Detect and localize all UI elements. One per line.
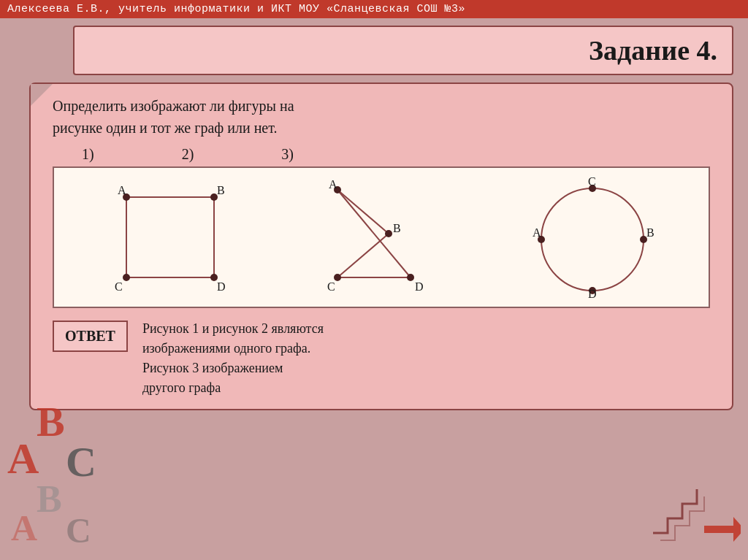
svg-point-14: [385, 230, 392, 237]
deco-letter-C2: C: [66, 510, 91, 551]
problem-line1: Определить изображают ли фигуры на: [53, 98, 294, 114]
deco-letter-A2: A: [11, 507, 37, 549]
title-text: Задание 4.: [589, 35, 717, 66]
problem-text: Определить изображают ли фигуры на рисун…: [53, 95, 717, 139]
svg-text:C: C: [115, 280, 123, 293]
deco-letter-A1: A: [7, 434, 39, 484]
answer-line2: изображениями одного графа.: [142, 341, 310, 356]
svg-text:B: B: [217, 184, 225, 196]
svg-text:D: D: [415, 280, 424, 293]
svg-text:B: B: [393, 222, 401, 234]
diagram-1: A B C D: [104, 175, 236, 299]
deco-letter-B2: B: [37, 477, 62, 521]
svg-marker-30: [704, 517, 741, 542]
svg-text:C: C: [588, 175, 596, 188]
answer-row: ОТВЕТ Рисунок 1 и рисунок 2 являются изо…: [53, 319, 717, 398]
svg-text:C: C: [327, 280, 335, 293]
number-1-label: 1): [82, 146, 94, 163]
svg-point-16: [407, 274, 414, 281]
svg-point-3: [123, 274, 130, 281]
title-box: Задание 4.: [73, 26, 733, 75]
diagrams-container: A B C D A B C D: [53, 166, 710, 308]
number-3-label: 3): [281, 146, 294, 163]
numbers-row: 1) 2) 3): [53, 146, 717, 163]
svg-text:A: A: [533, 226, 541, 239]
header-bar: Алексеева Е.В., учитель информатики и ИК…: [0, 0, 748, 18]
problem-line2: рисунке один и тот же граф или нет.: [53, 120, 277, 136]
svg-text:B: B: [646, 226, 654, 239]
answer-text: Рисунок 1 и рисунок 2 являются изображен…: [142, 319, 324, 398]
header-text: Алексеева Е.В., учитель информатики и ИК…: [7, 3, 465, 15]
deco-letter-B1: B: [37, 397, 65, 446]
diagram-3: A B C D: [527, 175, 658, 299]
answer-line3: Рисунок 3 изображением: [142, 361, 283, 375]
content-card: Определить изображают ли фигуры на рисун…: [29, 83, 733, 410]
svg-text:A: A: [329, 178, 337, 191]
steps-arrow-decoration: [653, 489, 741, 551]
main-content: Задание 4. Определить изображают ли фигу…: [0, 18, 748, 558]
svg-point-21: [541, 188, 644, 291]
deco-letter-C1: C: [66, 437, 96, 486]
svg-rect-0: [126, 197, 214, 277]
answer-line4: другого графа: [142, 380, 221, 395]
answer-line1: Рисунок 1 и рисунок 2 являются: [142, 321, 324, 336]
answer-label: ОТВЕТ: [53, 321, 128, 352]
svg-line-9: [337, 190, 389, 234]
svg-line-10: [337, 234, 389, 277]
svg-text:A: A: [118, 184, 126, 196]
diagram-2: A B C D: [323, 175, 440, 299]
svg-text:D: D: [588, 288, 597, 299]
number-2-label: 2): [182, 146, 194, 163]
abc-decoration: B A C B A C: [0, 397, 124, 543]
svg-text:D: D: [217, 280, 226, 293]
